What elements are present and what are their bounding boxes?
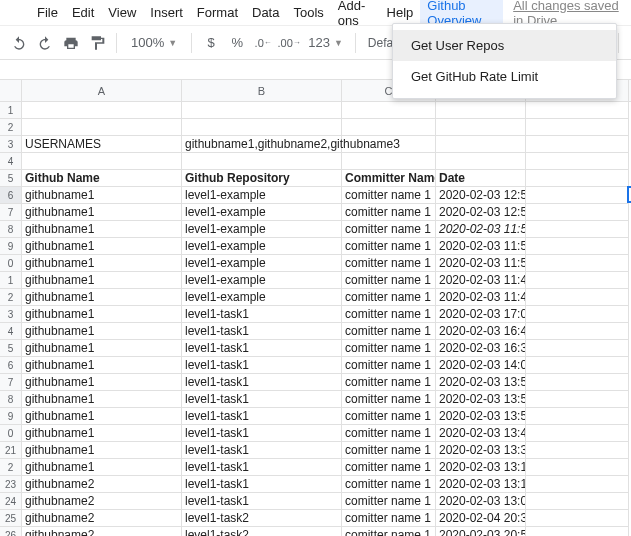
row-header[interactable]: 2 (0, 119, 22, 136)
menu-item-file[interactable]: File (30, 1, 65, 24)
cell[interactable]: Github Name (22, 170, 182, 187)
row-header[interactable]: 4 (0, 323, 22, 340)
menu-item-format[interactable]: Format (190, 1, 245, 24)
cell[interactable]: level1-example (182, 187, 342, 204)
cell[interactable]: level1-task1 (182, 391, 342, 408)
cell[interactable]: level1-task1 (182, 476, 342, 493)
cell[interactable]: level1-task1 (182, 408, 342, 425)
cell[interactable]: githubname1 (22, 323, 182, 340)
row-header[interactable]: 3 (0, 136, 22, 153)
cell[interactable] (526, 119, 629, 136)
cell[interactable] (526, 476, 629, 493)
cell[interactable]: githubname1 (22, 408, 182, 425)
cell[interactable] (436, 119, 526, 136)
cell[interactable] (526, 238, 629, 255)
cell[interactable] (526, 340, 629, 357)
cell[interactable]: 2020-02-03 16:3 (436, 340, 526, 357)
cell[interactable] (526, 136, 629, 153)
cell[interactable]: level1-task1 (182, 374, 342, 391)
cell[interactable] (436, 136, 526, 153)
cell[interactable]: githubname1 (22, 306, 182, 323)
cell[interactable]: githubname2 (22, 493, 182, 510)
menu-item-add-ons[interactable]: Add-ons (331, 0, 380, 32)
row-header[interactable]: 5 (0, 170, 22, 187)
cell[interactable]: 2020-02-03 11:5 (436, 221, 526, 238)
cell[interactable]: level1-task1 (182, 306, 342, 323)
cell[interactable]: comitter name 1 (342, 459, 436, 476)
cell[interactable]: githubname1 (22, 340, 182, 357)
cell[interactable]: githubname2 (22, 476, 182, 493)
cell[interactable]: githubname1 (22, 357, 182, 374)
cell[interactable]: 2020-02-03 13:5 (436, 408, 526, 425)
cell[interactable] (526, 425, 629, 442)
cell[interactable]: 2020-02-03 13:5 (436, 374, 526, 391)
increase-decimal-button[interactable]: .00→ (276, 29, 302, 57)
row-header[interactable]: 9 (0, 238, 22, 255)
dropdown-item-get-github-rate-limit[interactable]: Get GitHub Rate Limit (393, 61, 616, 92)
row-header[interactable]: 2 (0, 459, 22, 476)
menu-item-insert[interactable]: Insert (143, 1, 190, 24)
cell[interactable]: Committer Name (342, 170, 436, 187)
row-header[interactable]: 3 (0, 306, 22, 323)
cell[interactable] (526, 510, 629, 527)
cell[interactable]: level1-task1 (182, 459, 342, 476)
cell[interactable]: 2020-02-03 17:0 (436, 306, 526, 323)
cell[interactable]: githubname1 (22, 374, 182, 391)
row-header[interactable]: 24 (0, 493, 22, 510)
cell[interactable]: 2020-02-03 11:5 (436, 255, 526, 272)
row-header[interactable]: 7 (0, 204, 22, 221)
cell[interactable]: Github Repository (182, 170, 342, 187)
cell[interactable] (526, 204, 629, 221)
cell[interactable]: 2020-02-03 14:0 (436, 357, 526, 374)
row-header[interactable]: 8 (0, 221, 22, 238)
cell[interactable]: comitter name 1 (342, 221, 436, 238)
cell[interactable]: comitter name 1 (342, 289, 436, 306)
cell[interactable]: githubname1 (22, 204, 182, 221)
cell[interactable]: githubname1,githubname2,githubname3 (182, 136, 342, 153)
cell[interactable]: comitter name 1 (342, 493, 436, 510)
cell[interactable]: comitter name 1 (342, 306, 436, 323)
cell[interactable]: comitter name 1 (342, 476, 436, 493)
cell[interactable]: githubname1 (22, 425, 182, 442)
cell[interactable]: comitter name 1 (342, 357, 436, 374)
menu-item-data[interactable]: Data (245, 1, 286, 24)
cell[interactable]: comitter name 1 (342, 391, 436, 408)
cell[interactable]: 2020-02-03 11:4 (436, 289, 526, 306)
cell[interactable]: githubname1 (22, 442, 182, 459)
cell[interactable]: githubname2 (22, 527, 182, 536)
cell[interactable]: 2020-02-03 16:4 (436, 323, 526, 340)
cell[interactable]: githubname1 (22, 187, 182, 204)
cell[interactable] (526, 306, 629, 323)
cell[interactable]: 2020-02-03 20:5 (436, 527, 526, 536)
cell[interactable] (526, 170, 629, 187)
cell[interactable] (526, 459, 629, 476)
cell[interactable]: 2020-02-03 13:1 (436, 459, 526, 476)
cell[interactable] (526, 527, 629, 536)
cell[interactable] (342, 136, 436, 153)
menu-item-help[interactable]: Help (380, 1, 421, 24)
cell[interactable]: level1-task2 (182, 510, 342, 527)
cell[interactable] (526, 221, 629, 238)
menu-item-edit[interactable]: Edit (65, 1, 101, 24)
cell[interactable]: githubname1 (22, 238, 182, 255)
row-header[interactable]: 5 (0, 340, 22, 357)
row-header[interactable]: 26 (0, 527, 22, 536)
cell[interactable]: comitter name 1 (342, 425, 436, 442)
cell[interactable]: 2020-02-03 12:5 (436, 204, 526, 221)
row-header[interactable]: 0 (0, 255, 22, 272)
cell[interactable] (526, 187, 629, 204)
cell[interactable] (526, 289, 629, 306)
paint-format-button[interactable] (84, 29, 110, 57)
cell[interactable]: 2020-02-03 13:5 (436, 391, 526, 408)
cell[interactable]: level1-task1 (182, 493, 342, 510)
cell[interactable]: 2020-02-03 13:0 (436, 493, 526, 510)
cell[interactable]: level1-task1 (182, 323, 342, 340)
row-header[interactable]: 23 (0, 476, 22, 493)
row-header[interactable]: 6 (0, 187, 22, 204)
cell[interactable]: 2020-02-03 13:3 (436, 442, 526, 459)
select-all-corner[interactable] (0, 80, 22, 101)
row-header[interactable]: 1 (0, 102, 22, 119)
cell[interactable]: 2020-02-04 20:3 (436, 510, 526, 527)
cell[interactable]: level1-example (182, 204, 342, 221)
row-header[interactable]: 2 (0, 289, 22, 306)
